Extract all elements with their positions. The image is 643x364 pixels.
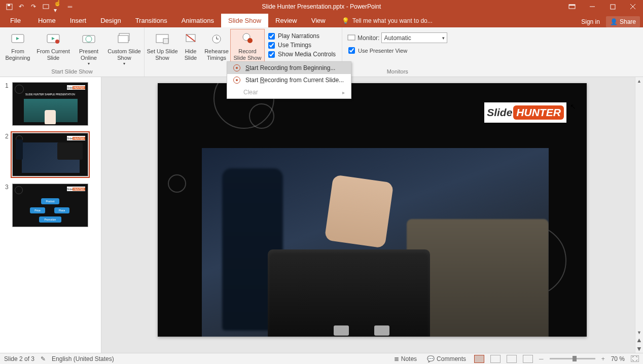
hide-slide-button[interactable]: Hide Slide [179,29,202,62]
ribbon: From Beginning From Current Slide Presen… [0,27,643,77]
use-timings-checkbox[interactable]: Use Timings [268,42,336,49]
workspace: 1 Slide HUNTER SLIDE HUNTER SAMPLE PRESE… [0,77,643,353]
chevron-down-icon: ▾ [88,61,90,66]
language-indicator[interactable]: English (United States) [52,355,114,362]
notes-button[interactable]: ≣Notes [392,355,419,362]
share-button[interactable]: 👤Share [606,16,640,27]
monitor-icon [347,34,355,42]
zoom-handle[interactable] [573,356,577,361]
tab-transitions[interactable]: Transitions [128,14,174,27]
rehearse-timings-button[interactable]: Rehearse Timings [202,29,231,62]
zoom-level[interactable]: 70 % [611,355,625,362]
record-slideshow-icon [239,30,256,47]
thumbnail-1[interactable]: 1 Slide HUNTER SLIDE HUNTER SAMPLE PRESE… [0,81,101,132]
tell-me-search[interactable]: 💡Tell me what you want to do... [336,14,439,27]
tab-slideshow[interactable]: Slide Show [221,14,268,27]
scroll-down-icon[interactable]: ▼ [635,329,643,337]
tab-insert[interactable]: Insert [63,14,94,27]
from-current-slide-button[interactable]: From Current Slide [34,29,72,62]
scroll-up-icon[interactable]: ▲ [635,77,643,85]
share-icon: 👤 [610,18,618,25]
tab-home[interactable]: Home [31,14,63,27]
monitor-select[interactable]: Automatic▾ [381,32,447,43]
setup-checkboxes: Play Narrations Use Timings Show Media C… [264,29,341,58]
ribbon-tabs: File Home Insert Design Transitions Anim… [0,13,643,27]
thumbnail-1-preview[interactable]: Slide HUNTER SLIDE HUNTER SAMPLE PRESENT… [12,82,88,126]
start-from-beginning-icon[interactable] [42,3,50,11]
slide-thumbnails-panel: 1 Slide HUNTER SLIDE HUNTER SAMPLE PRESE… [0,77,101,353]
touch-mode-icon[interactable]: ☝▾ [54,3,62,11]
start-recording-beginning-item[interactable]: SStart Recording from Beginning...tart R… [227,62,351,74]
title-bar: ↶ ↷ ☝▾ ═ Slide Hunter Presentation.pptx … [0,0,643,13]
prev-slide-icon[interactable]: ⯅ [635,337,643,345]
setup-slideshow-icon [154,30,170,47]
show-media-controls-checkbox[interactable]: Show Media Controls [268,51,336,58]
thumbnail-number: 1 [5,82,9,126]
comments-button[interactable]: 💬Comments [425,355,468,362]
undo-icon[interactable]: ↶ [17,3,25,11]
qat-customize-icon[interactable]: ═ [66,3,74,11]
record-icon [233,64,240,71]
tab-file[interactable]: File [0,14,31,27]
tab-animations[interactable]: Animations [174,14,221,27]
vertical-scrollbar[interactable]: ▲ ▼ ⯅ ⯆ [635,77,643,353]
save-icon[interactable] [5,3,13,11]
svg-rect-2 [43,5,49,9]
tab-view[interactable]: View [304,14,333,27]
maximize-button[interactable] [602,0,623,13]
slideshow-view-button[interactable] [523,355,533,363]
svg-point-13 [55,40,59,44]
window-title: Slide Hunter Presentation.pptx - PowerPo… [262,3,381,10]
group-label-monitors: Monitors [342,67,452,77]
ribbon-group-start-slideshow: From Beginning From Current Slide Presen… [0,27,145,77]
presenter-view-checkbox[interactable]: Use Presenter View [343,43,412,54]
svg-point-26 [247,38,253,43]
svg-rect-14 [83,35,95,43]
group-label-start: Start Slide Show [0,67,144,77]
custom-slideshow-button[interactable]: Custom Slide Show▾ [105,29,143,67]
reading-view-button[interactable] [507,355,517,363]
play-narrations-checkbox[interactable]: Play Narrations [268,32,336,40]
thumbnail-3-preview[interactable]: Slide HUNTER Product Price Place Promoti… [12,184,88,227]
thumbnail-number: 2 [5,133,9,176]
sign-in-button[interactable]: Sign in [577,16,604,27]
fit-to-window-icon[interactable]: ⛶ [631,355,639,362]
chevron-right-icon: ▸ [342,90,345,95]
current-slide[interactable]: SlideHUNTER [158,83,587,337]
normal-view-button[interactable] [474,355,484,363]
monitor-label: Monitor: [347,34,379,42]
slide-counter: Slide 2 of 3 [4,355,34,362]
thumbnail-3[interactable]: 3 Slide HUNTER Product Price Place Promo… [0,183,101,233]
close-button[interactable] [623,0,643,13]
thumbnail-2-preview[interactable]: Slide HUNTER [12,133,88,176]
slide-sorter-view-button[interactable] [490,355,501,363]
setup-slideshow-button[interactable]: Set Up Slide Show [146,29,179,62]
quick-access-toolbar: ↶ ↷ ☝▾ ═ [0,3,74,11]
lightbulb-icon: 💡 [342,17,349,24]
svg-rect-1 [8,4,10,6]
start-recording-current-item[interactable]: Start Recording from Current Slide... [227,74,351,86]
thumbnail-2[interactable]: 2 Slide HUNTER [0,132,101,183]
minimize-button[interactable] [582,0,602,13]
zoom-slider[interactable] [550,358,595,359]
redo-icon[interactable]: ↷ [29,3,38,11]
slide-editor-area[interactable]: SlideHUNTER ▲ ▼ ⯅ ⯆ [101,77,643,353]
window-controls [562,0,643,13]
tab-design[interactable]: Design [93,14,128,27]
svg-rect-27 [348,35,355,40]
custom-slideshow-icon [116,30,132,47]
comments-icon: 💬 [427,355,435,362]
next-slide-icon[interactable]: ⯆ [635,345,643,353]
status-bar: Slide 2 of 3 ✎ English (United States) ≣… [0,353,643,364]
svg-rect-6 [611,5,615,9]
from-beginning-icon [10,30,26,47]
present-online-button[interactable]: Present Online▾ [72,29,105,67]
tab-review[interactable]: Review [268,14,304,27]
from-current-icon [45,30,61,47]
svg-rect-17 [118,35,128,43]
from-beginning-button[interactable]: From Beginning [1,29,34,62]
ribbon-display-options-icon[interactable] [562,0,582,13]
spellcheck-icon[interactable]: ✎ [41,355,46,362]
chevron-down-icon: ▾ [123,61,125,66]
record-icon [233,77,240,84]
